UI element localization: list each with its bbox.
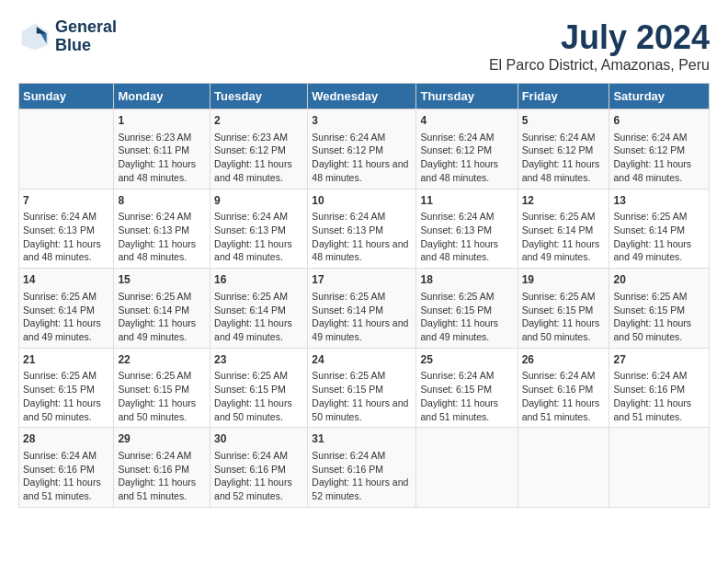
day-number: 29 xyxy=(118,431,206,447)
day-number: 26 xyxy=(522,352,606,368)
day-number: 14 xyxy=(23,272,109,288)
day-number: 24 xyxy=(312,352,412,368)
calendar-cell: 5Sunrise: 6:24 AMSunset: 6:12 PMDaylight… xyxy=(518,109,609,190)
day-number: 8 xyxy=(118,193,206,209)
calendar-cell: 8Sunrise: 6:24 AMSunset: 6:13 PMDaylight… xyxy=(114,189,210,269)
header-tuesday: Tuesday xyxy=(210,84,308,109)
day-number: 5 xyxy=(522,113,606,129)
title-block: July 2024 El Parco District, Amazonas, P… xyxy=(489,18,710,74)
calendar-cell: 17Sunrise: 6:25 AMSunset: 6:14 PMDayligh… xyxy=(308,269,416,349)
day-number: 20 xyxy=(613,272,705,288)
day-number: 28 xyxy=(23,431,109,447)
week-row-2: 7Sunrise: 6:24 AMSunset: 6:13 PMDaylight… xyxy=(19,189,710,269)
week-row-3: 14Sunrise: 6:25 AMSunset: 6:14 PMDayligh… xyxy=(19,269,710,349)
logo-icon xyxy=(18,20,51,53)
day-number: 13 xyxy=(613,193,705,209)
calendar-cell: 25Sunrise: 6:24 AMSunset: 6:15 PMDayligh… xyxy=(416,348,518,428)
header-friday: Friday xyxy=(518,84,609,109)
week-row-5: 28Sunrise: 6:24 AMSunset: 6:16 PMDayligh… xyxy=(19,428,710,508)
day-number: 21 xyxy=(23,352,109,368)
calendar-cell: 27Sunrise: 6:24 AMSunset: 6:16 PMDayligh… xyxy=(609,348,710,428)
day-number: 3 xyxy=(312,113,412,129)
day-number: 6 xyxy=(613,113,705,129)
calendar-table: SundayMondayTuesdayWednesdayThursdayFrid… xyxy=(18,83,710,508)
calendar-cell: 22Sunrise: 6:25 AMSunset: 6:15 PMDayligh… xyxy=(114,348,210,428)
calendar-cell xyxy=(19,109,114,190)
calendar-cell: 26Sunrise: 6:24 AMSunset: 6:16 PMDayligh… xyxy=(518,348,609,428)
calendar-cell: 18Sunrise: 6:25 AMSunset: 6:15 PMDayligh… xyxy=(416,269,518,349)
calendar-cell: 31Sunrise: 6:24 AMSunset: 6:16 PMDayligh… xyxy=(308,428,416,508)
day-number: 17 xyxy=(312,272,412,288)
day-number: 9 xyxy=(214,193,303,209)
header-sunday: Sunday xyxy=(19,84,114,109)
day-number: 23 xyxy=(214,352,303,368)
day-number: 11 xyxy=(420,193,513,209)
day-number: 12 xyxy=(522,193,606,209)
header-thursday: Thursday xyxy=(416,84,518,109)
header-saturday: Saturday xyxy=(609,84,710,109)
calendar-cell: 13Sunrise: 6:25 AMSunset: 6:14 PMDayligh… xyxy=(609,189,710,269)
calendar-cell xyxy=(416,428,518,508)
calendar-cell: 15Sunrise: 6:25 AMSunset: 6:14 PMDayligh… xyxy=(114,269,210,349)
day-number: 10 xyxy=(312,193,412,209)
day-number: 31 xyxy=(312,431,412,447)
calendar-cell: 3Sunrise: 6:24 AMSunset: 6:12 PMDaylight… xyxy=(308,109,416,190)
calendar-cell xyxy=(609,428,710,508)
calendar-cell: 21Sunrise: 6:25 AMSunset: 6:15 PMDayligh… xyxy=(19,348,114,428)
calendar-cell: 12Sunrise: 6:25 AMSunset: 6:14 PMDayligh… xyxy=(518,189,609,269)
header-wednesday: Wednesday xyxy=(308,84,416,109)
calendar-cell: 11Sunrise: 6:24 AMSunset: 6:13 PMDayligh… xyxy=(416,189,518,269)
calendar-cell: 30Sunrise: 6:24 AMSunset: 6:16 PMDayligh… xyxy=(210,428,308,508)
calendar-cell: 9Sunrise: 6:24 AMSunset: 6:13 PMDaylight… xyxy=(210,189,308,269)
calendar-cell xyxy=(518,428,609,508)
day-number: 30 xyxy=(214,431,303,447)
day-number: 18 xyxy=(420,272,513,288)
day-number: 22 xyxy=(118,352,206,368)
calendar-cell: 6Sunrise: 6:24 AMSunset: 6:12 PMDaylight… xyxy=(609,109,710,190)
calendar-header-row: SundayMondayTuesdayWednesdayThursdayFrid… xyxy=(19,84,710,109)
week-row-4: 21Sunrise: 6:25 AMSunset: 6:15 PMDayligh… xyxy=(19,348,710,428)
day-number: 7 xyxy=(23,193,109,209)
calendar-cell: 19Sunrise: 6:25 AMSunset: 6:15 PMDayligh… xyxy=(518,269,609,349)
calendar-cell: 14Sunrise: 6:25 AMSunset: 6:14 PMDayligh… xyxy=(19,269,114,349)
calendar-cell: 4Sunrise: 6:24 AMSunset: 6:12 PMDaylight… xyxy=(416,109,518,190)
calendar-cell: 2Sunrise: 6:23 AMSunset: 6:12 PMDaylight… xyxy=(210,109,308,190)
logo-line2: Blue xyxy=(55,37,117,55)
day-number: 1 xyxy=(118,113,206,129)
day-number: 4 xyxy=(420,113,513,129)
calendar-cell: 24Sunrise: 6:25 AMSunset: 6:15 PMDayligh… xyxy=(308,348,416,428)
day-number: 25 xyxy=(420,352,513,368)
header-monday: Monday xyxy=(114,84,210,109)
main-title: July 2024 xyxy=(489,18,710,57)
page-header: General Blue July 2024 El Parco District… xyxy=(18,18,710,74)
logo-line1: General xyxy=(55,18,117,37)
day-number: 19 xyxy=(522,272,606,288)
day-number: 15 xyxy=(118,272,206,288)
day-number: 16 xyxy=(214,272,303,288)
day-number: 27 xyxy=(613,352,705,368)
calendar-cell: 10Sunrise: 6:24 AMSunset: 6:13 PMDayligh… xyxy=(308,189,416,269)
calendar-cell: 7Sunrise: 6:24 AMSunset: 6:13 PMDaylight… xyxy=(19,189,114,269)
calendar-cell: 20Sunrise: 6:25 AMSunset: 6:15 PMDayligh… xyxy=(609,269,710,349)
calendar-cell: 1Sunrise: 6:23 AMSunset: 6:11 PMDaylight… xyxy=(114,109,210,190)
calendar-cell: 23Sunrise: 6:25 AMSunset: 6:15 PMDayligh… xyxy=(210,348,308,428)
calendar-cell: 16Sunrise: 6:25 AMSunset: 6:14 PMDayligh… xyxy=(210,269,308,349)
day-number: 2 xyxy=(214,113,303,129)
calendar-cell: 29Sunrise: 6:24 AMSunset: 6:16 PMDayligh… xyxy=(114,428,210,508)
week-row-1: 1Sunrise: 6:23 AMSunset: 6:11 PMDaylight… xyxy=(19,109,710,190)
subtitle: El Parco District, Amazonas, Peru xyxy=(489,57,710,74)
calendar-cell: 28Sunrise: 6:24 AMSunset: 6:16 PMDayligh… xyxy=(19,428,114,508)
logo: General Blue xyxy=(18,18,117,55)
